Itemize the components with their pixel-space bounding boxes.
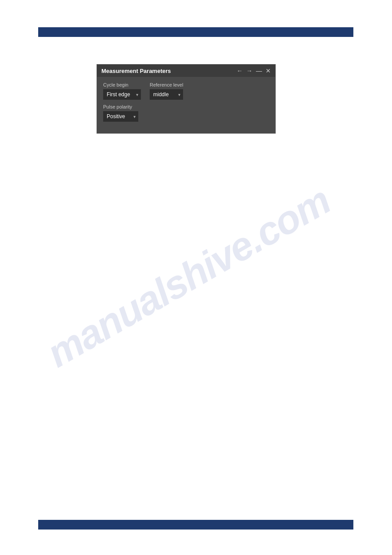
top-bar (38, 27, 353, 37)
reference-level-select[interactable]: middle top bottom (150, 89, 183, 100)
pulse-polarity-select[interactable]: Positive Negative (103, 111, 138, 122)
reference-level-field: Reference level middle top bottom (150, 82, 183, 100)
pulse-polarity-label: Pulse polarity (103, 104, 138, 109)
dialog-body: Cycle begin First edge Last edge Referen… (97, 77, 275, 133)
back-icon[interactable]: ← (237, 67, 243, 74)
cycle-begin-field: Cycle begin First edge Last edge (103, 82, 141, 100)
reference-level-select-wrapper: middle top bottom (150, 89, 183, 100)
minimize-icon[interactable]: — (256, 67, 262, 74)
reference-level-label: Reference level (150, 82, 183, 87)
pulse-polarity-select-wrapper: Positive Negative (103, 111, 138, 122)
cycle-begin-select-wrapper: First edge Last edge (103, 89, 141, 100)
dialog-titlebar: Measurement Parameters ← → — ✕ (97, 65, 275, 77)
close-icon[interactable]: ✕ (266, 67, 271, 74)
pulse-polarity-field: Pulse polarity Positive Negative (103, 104, 138, 122)
dialog-controls: ← → — ✕ (237, 67, 271, 74)
watermark-text: manualshive.com (40, 178, 338, 376)
watermark: manualshive.com (57, 141, 320, 413)
dialog-title: Measurement Parameters (101, 68, 171, 74)
dialog-row-2: Pulse polarity Positive Negative (103, 104, 269, 122)
cycle-begin-label: Cycle begin (103, 82, 141, 87)
measurement-parameters-dialog: Measurement Parameters ← → — ✕ Cycle beg… (97, 64, 276, 134)
dialog-row-1: Cycle begin First edge Last edge Referen… (103, 82, 269, 100)
forward-icon[interactable]: → (246, 67, 252, 74)
cycle-begin-select[interactable]: First edge Last edge (103, 89, 141, 100)
bottom-bar (38, 520, 353, 530)
